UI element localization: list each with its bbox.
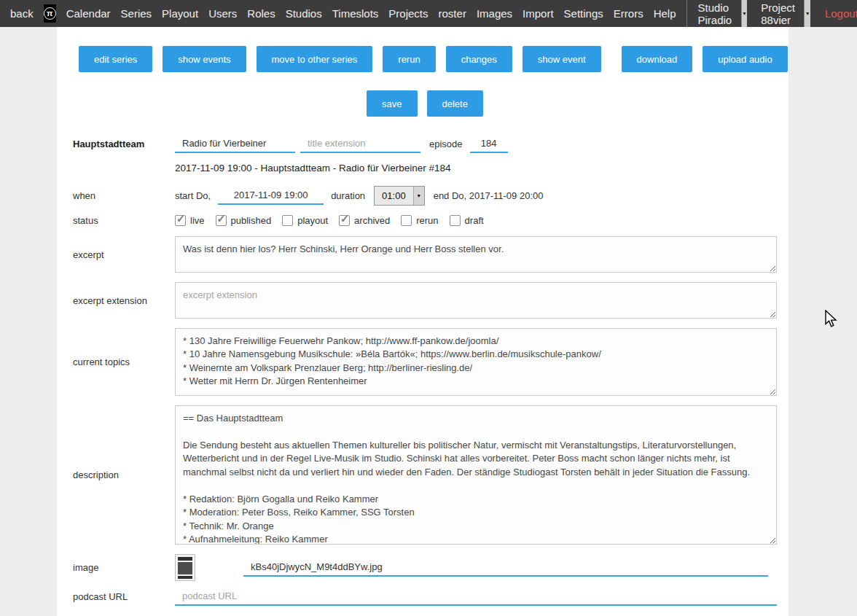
podcast-url-label: podcast URL bbox=[73, 591, 175, 602]
excerpt-extension-label: excerpt extension bbox=[73, 295, 175, 306]
status-option-archived: ✓ archived bbox=[339, 215, 390, 226]
status-row: status ✓ live ✓ published ✓ playout ✓ ar… bbox=[73, 215, 777, 226]
nav-calendar[interactable]: Calendar bbox=[66, 7, 111, 20]
excerpt-textarea[interactable]: Was ist denn hier los? Herr Schinski, He… bbox=[175, 236, 777, 273]
checkbox-archived-label: archived bbox=[354, 215, 390, 226]
checkbox-live[interactable]: ✓ bbox=[175, 215, 186, 226]
nav-settings[interactable]: Settings bbox=[564, 7, 603, 20]
nav-roles[interactable]: Roles bbox=[247, 7, 275, 20]
piradio-logo-icon[interactable]: π bbox=[44, 4, 56, 23]
chevron-down-icon[interactable]: ▼ bbox=[413, 187, 424, 205]
delete-button[interactable]: delete bbox=[427, 90, 483, 117]
current-topics-label: current topics bbox=[73, 356, 175, 367]
show-event-button[interactable]: show event bbox=[523, 46, 601, 72]
event-editor-card: edit series show events move to other se… bbox=[57, 27, 788, 616]
image-thumbnail[interactable] bbox=[175, 554, 195, 581]
description-row: description == Das Hauptstadtteam Die Se… bbox=[73, 405, 777, 545]
description-label: description bbox=[73, 469, 175, 480]
move-to-other-series-button[interactable]: move to other series bbox=[257, 46, 373, 72]
nav-series[interactable]: Series bbox=[121, 7, 152, 20]
checkbox-draft-label: draft bbox=[465, 215, 484, 226]
start-datetime-input[interactable] bbox=[218, 187, 324, 205]
current-topics-textarea[interactable]: * 130 Jahre Freiwillige Feuerwehr Pankow… bbox=[175, 328, 777, 396]
check-icon: ✓ bbox=[340, 213, 349, 225]
current-topics-row: current topics * 130 Jahre Freiwillige F… bbox=[73, 328, 777, 396]
navbar-right-section: Studio Piradio ▼ Project 88vier ▼ Logout… bbox=[686, 0, 857, 27]
checkbox-rerun[interactable]: ✓ bbox=[401, 215, 412, 226]
excerpt-label: excerpt bbox=[73, 249, 175, 260]
download-button[interactable]: download bbox=[622, 46, 693, 72]
checkbox-live-label: live bbox=[190, 215, 205, 226]
checkbox-playout-label: playout bbox=[297, 215, 328, 226]
mouse-cursor-icon bbox=[824, 310, 838, 329]
image-label: image bbox=[73, 562, 175, 573]
image-row: image bbox=[73, 554, 777, 581]
status-label: status bbox=[73, 215, 175, 226]
when-row: when start Do, duration 01:00 ▼ end Do, … bbox=[73, 186, 777, 206]
nav-roster[interactable]: roster bbox=[439, 7, 466, 20]
chevron-down-icon[interactable]: ▼ bbox=[804, 0, 810, 27]
image-filename-input[interactable] bbox=[243, 558, 768, 577]
save-button[interactable]: save bbox=[367, 90, 417, 117]
edit-series-button[interactable]: edit series bbox=[79, 46, 152, 72]
nav-playout[interactable]: Playout bbox=[162, 7, 198, 20]
description-textarea[interactable]: == Das Hauptstadtteam Die Sendung besteh… bbox=[175, 405, 777, 545]
logout-link[interactable]: Logout bbox=[825, 7, 857, 20]
excerpt-row: excerpt Was ist denn hier los? Herr Schi… bbox=[73, 236, 777, 273]
status-option-published: ✓ published bbox=[216, 215, 272, 226]
nav-studios[interactable]: Studios bbox=[286, 7, 322, 20]
nav-import[interactable]: Import bbox=[523, 7, 554, 20]
status-option-playout: ✓ playout bbox=[282, 215, 328, 226]
title-input[interactable] bbox=[175, 135, 295, 153]
checkbox-rerun-label: rerun bbox=[416, 215, 438, 226]
checkbox-archived[interactable]: ✓ bbox=[339, 215, 350, 226]
project-select[interactable]: Project 88vier ▼ bbox=[756, 0, 810, 27]
show-events-button[interactable]: show events bbox=[163, 46, 246, 72]
nav-images[interactable]: Images bbox=[477, 7, 512, 20]
status-option-draft: ✓ draft bbox=[450, 215, 484, 226]
duration-select[interactable]: 01:00 ▼ bbox=[374, 186, 425, 206]
check-icon: ✓ bbox=[217, 213, 226, 225]
event-summary-text: 2017-11-09 19:00 - Hauptstadtteam - Radi… bbox=[175, 163, 777, 174]
excerpt-extension-textarea[interactable] bbox=[175, 282, 777, 319]
status-option-rerun: ✓ rerun bbox=[401, 215, 438, 226]
podcast-url-row: podcast URL bbox=[73, 588, 777, 606]
checkbox-draft[interactable]: ✓ bbox=[450, 215, 461, 226]
nav-timeslots[interactable]: Timeslots bbox=[332, 7, 379, 20]
studio-select-value: Studio Piradio bbox=[693, 0, 741, 27]
when-label: when bbox=[73, 190, 175, 201]
project-select-value: Project 88vier bbox=[756, 0, 804, 27]
checkbox-published[interactable]: ✓ bbox=[216, 215, 227, 226]
episode-input[interactable] bbox=[470, 135, 508, 153]
podcast-url-input[interactable] bbox=[175, 588, 777, 606]
checkbox-published-label: published bbox=[231, 215, 272, 226]
end-datetime-text: end Do, 2017-11-09 20:00 bbox=[434, 190, 544, 201]
title-row: Hauptstadtteam episode bbox=[73, 135, 777, 153]
studio-select[interactable]: Studio Piradio ▼ bbox=[693, 0, 748, 27]
toolbar-row-1: edit series show events move to other se… bbox=[73, 46, 777, 72]
event-form: Hauptstadtteam episode 2017-11-09 19:00 … bbox=[73, 135, 777, 616]
chevron-down-icon[interactable]: ▼ bbox=[741, 0, 747, 27]
title-extension-input[interactable] bbox=[300, 135, 420, 153]
duration-select-value: 01:00 bbox=[375, 187, 413, 205]
rerun-button[interactable]: rerun bbox=[383, 46, 435, 72]
nav-help[interactable]: Help bbox=[654, 7, 676, 20]
nav-projects[interactable]: Projects bbox=[388, 7, 428, 20]
upload-audio-button[interactable]: upload audio bbox=[703, 46, 787, 72]
audio-button-group: download upload audio bbox=[622, 46, 788, 72]
excerpt-extension-row: excerpt extension bbox=[73, 282, 777, 319]
episode-label: episode bbox=[429, 139, 463, 149]
changes-button[interactable]: changes bbox=[446, 46, 512, 72]
duration-label: duration bbox=[331, 190, 365, 201]
nav-back[interactable]: back bbox=[10, 7, 34, 20]
nav-users[interactable]: Users bbox=[208, 7, 237, 20]
checkbox-playout[interactable]: ✓ bbox=[282, 215, 293, 226]
series-name-label: Hauptstadtteam bbox=[73, 139, 175, 149]
status-option-live: ✓ live bbox=[175, 215, 205, 226]
toolbar-row-2: save delete bbox=[73, 90, 777, 117]
summary-row: 2017-11-09 19:00 - Hauptstadtteam - Radi… bbox=[73, 163, 777, 174]
nav-errors[interactable]: Errors bbox=[614, 7, 643, 20]
start-day-label: start Do, bbox=[175, 190, 211, 201]
pi-glyph: π bbox=[44, 7, 56, 20]
check-icon: ✓ bbox=[176, 213, 185, 225]
